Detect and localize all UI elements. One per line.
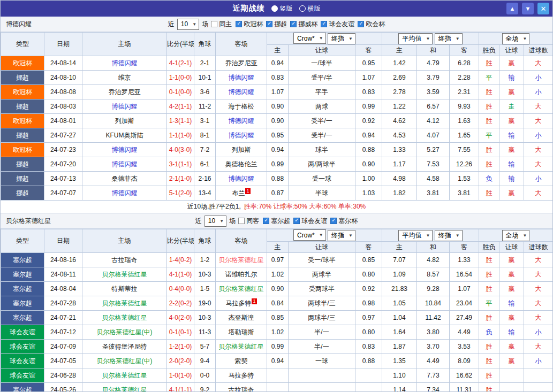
avg-select[interactable]: 平均值▼: [398, 230, 433, 241]
handicap-line: 两球半: [289, 267, 355, 282]
league-checkbox[interactable]: 塞尔杯: [330, 217, 358, 226]
close-button[interactable]: ✕: [537, 3, 549, 14]
handicap-line: 受一球: [289, 172, 355, 186]
league-checkbox[interactable]: 挪威杯: [290, 20, 317, 29]
recent-count-select[interactable]: 10 ▼: [204, 216, 226, 227]
league-checkbox[interactable]: 挪超: [266, 20, 287, 29]
league-checkbox[interactable]: 欧会杯: [358, 20, 385, 29]
league-type-badge: 塞尔超: [1, 383, 44, 392]
avg-home-odds: 1.10: [382, 368, 417, 383]
score: 4-0(2-0): [167, 311, 194, 325]
avg-away-odds: 9.93: [450, 99, 479, 114]
league-type-badge: 欧冠杯: [1, 85, 44, 99]
away-team: 博德闪耀: [216, 114, 267, 128]
col-score: 比分(半场): [167, 33, 194, 56]
avg-draw-odds: 3.79: [417, 71, 450, 85]
chevron-down-icon: ▼: [523, 233, 527, 238]
match-date: 24-07-07: [44, 186, 82, 201]
avg-away-odds: 16.54: [450, 267, 479, 282]
corner-score: 3-1: [194, 114, 216, 128]
view-option-horizontal[interactable]: 横版: [299, 4, 321, 13]
avg-time-select[interactable]: 终指▼: [435, 230, 463, 241]
avg-draw-odds: 4.49: [417, 354, 450, 368]
match-row: 挪超24-08-03博德闪耀4-2(1-1)11-2海于格松0.90两球0.99…: [1, 99, 553, 114]
match-date: 24-07-27: [44, 128, 82, 143]
score: 4-2(1-1): [167, 99, 194, 114]
league-checkbox[interactable]: 球会友谊: [293, 217, 327, 226]
avg-away-odds: 4.49: [450, 325, 479, 340]
avg-draw-odds: 5.27: [417, 143, 450, 157]
result-handicap: 赢: [499, 186, 524, 201]
odds-time-select[interactable]: 终指▼: [328, 230, 355, 241]
recent-count-select[interactable]: 10 ▼: [177, 19, 199, 30]
chevron-down-icon: ▼: [319, 233, 323, 237]
chevron-down-icon: ▼: [426, 36, 430, 41]
home-team: 贝尔格莱德红星: [82, 296, 167, 311]
match-row: 塞尔超24-08-11贝尔格莱德红星4-1(1-0)10-3诺维帕扎尔1.02两…: [1, 267, 553, 282]
result-handicap: 赢: [499, 267, 524, 282]
match-row: 欧冠杯24-08-08乔治罗尼亚0-1(0-0)3-6博德闪耀1.07平手0.8…: [1, 85, 553, 99]
move-up-button[interactable]: ▲: [506, 3, 518, 14]
league-checkbox[interactable]: 球会友谊: [321, 20, 354, 29]
league-filters: 塞尔超球会友谊塞尔杯: [263, 217, 358, 226]
handicap-away-odds: 0.88: [355, 143, 382, 157]
league-checkbox[interactable]: 欧冠杯: [236, 20, 263, 29]
home-team: 圣彼得堡泽尼特: [82, 340, 167, 354]
avg-home-odds: 1.05: [382, 296, 417, 311]
league-label: 塞尔超: [271, 217, 290, 226]
odds-time-select[interactable]: 终指▼: [328, 33, 355, 44]
match-date: 24-05-26: [44, 383, 82, 392]
score: 1-1(0-0): [167, 71, 194, 85]
summary: 近10场,胜7平2负1, 胜率:70% 让球率:50% 大率:60% 单率:30…: [1, 201, 552, 213]
result-outcome: 胜: [479, 267, 499, 282]
col-result-outcome: 胜负: [479, 45, 499, 56]
odds-company-select[interactable]: Crow*▼: [293, 33, 326, 44]
checkbox-icon: [263, 218, 269, 224]
league-type-badge: 塞尔超: [1, 253, 44, 267]
corner-score: 10-3: [194, 311, 216, 325]
league-type-badge: 塞尔超: [1, 311, 44, 325]
result-handicap: 输: [499, 296, 524, 311]
league-type-badge: 塞尔超: [1, 282, 44, 296]
avg-time-select[interactable]: 终指▼: [435, 33, 463, 44]
result-handicap: 赢: [499, 340, 524, 354]
handicap-odds-group-header: Crow*▼ 终指▼: [267, 33, 382, 45]
league-checkbox[interactable]: 塞尔超: [263, 217, 290, 226]
avg-away-odds: 1.65: [450, 128, 479, 143]
home-team: 贝尔格莱德红星: [82, 368, 167, 383]
score: 2-0(2-0): [167, 354, 194, 368]
same-venue-checkbox[interactable]: 同客: [238, 217, 259, 226]
handicap-away-odds: 0.95: [355, 56, 382, 71]
avg-home-odds: 4.53: [382, 128, 417, 143]
home-team: 维京: [82, 71, 167, 85]
view-option-vertical[interactable]: 竖版: [271, 4, 293, 13]
checkbox-icon: [211, 21, 217, 27]
col-avg-home: 主: [382, 45, 417, 56]
handicap-away-odds: [355, 383, 382, 392]
match-row: 球会友谊24-06-28贝尔格莱德红星1-0(1-0)0-0马拉多特1.107.…: [1, 368, 553, 383]
result-goals: 大: [524, 143, 553, 157]
match-row: 欧冠杯24-08-14博德闪耀4-1(2-1)2-1乔治罗尼亚0.94一/球半0…: [1, 56, 553, 71]
same-venue-label: 同客: [246, 217, 259, 226]
home-team: 贝尔格莱德红星: [82, 383, 167, 392]
scope-select[interactable]: 全场▼: [502, 33, 530, 44]
avg-select[interactable]: 平均值▼: [398, 33, 433, 44]
handicap-home-odds: 1.07: [267, 85, 289, 99]
score: 2-1(1-0): [167, 172, 194, 186]
match-date: 24-08-11: [44, 267, 82, 282]
league-type-badge: 球会友谊: [1, 368, 44, 383]
league-type-badge: 挪超: [1, 172, 44, 186]
same-venue-checkbox[interactable]: 同主: [211, 20, 232, 29]
move-down-button[interactable]: ▼: [522, 3, 534, 14]
match-row: 欧冠杯24-08-01列加斯1-3(1-1)3-1博德闪耀0.90受半/一0.9…: [1, 114, 553, 128]
result-handicap: 赢: [499, 114, 524, 128]
result-goals: 大: [524, 157, 553, 172]
scope-select[interactable]: 全场▼: [502, 230, 530, 241]
col-result-outcome: 胜负: [479, 242, 499, 253]
result-goals: 大: [524, 282, 553, 296]
league-type-badge: 欧冠杯: [1, 143, 44, 157]
match-date: 24-08-04: [44, 282, 82, 296]
odds-company-select[interactable]: Crow*▼: [293, 229, 326, 241]
avg-home-odds: 1.17: [382, 157, 417, 172]
avg-odds-group-header: 平均值▼ 终指▼: [382, 33, 479, 45]
